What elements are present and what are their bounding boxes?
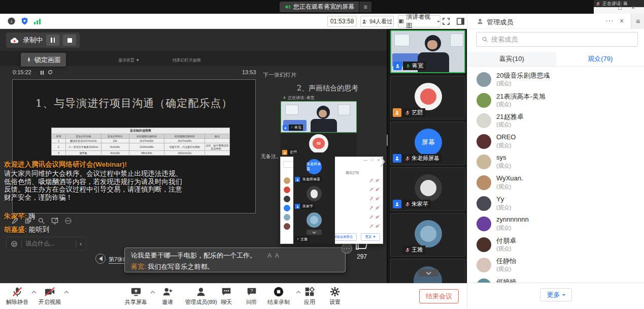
chat-button[interactable]: 聊天 [212, 286, 241, 306]
invite-button[interactable]: 邀请 [153, 286, 182, 306]
strip-scrollbar[interactable] [387, 135, 388, 146]
likes-count: 297 [357, 253, 367, 260]
qa-button[interactable]: ? 问答 [238, 286, 266, 306]
settings-button[interactable]: 设置 [321, 286, 349, 306]
role-badge [393, 108, 401, 117]
member-row[interactable]: 21表演高本-吴旭 (观众) [467, 91, 644, 112]
member-row[interactable]: 20级音乐剧唐思彧 (观众) [467, 70, 644, 91]
search-input[interactable] [491, 36, 632, 43]
member-search[interactable] [476, 32, 638, 47]
stop-recording-button[interactable] [63, 35, 76, 46]
close-window-icon[interactable]: × [631, 5, 635, 11]
chevron-down-icon [437, 21, 440, 24]
restart-timer-icon[interactable] [48, 70, 53, 75]
video-tile[interactable]: 朱家芊 [390, 167, 465, 211]
video-tile[interactable]: 艺礕 [390, 76, 465, 119]
member-role: (观众) [496, 101, 511, 108]
font-size-controls[interactable]: A A [267, 252, 279, 259]
security-shield-icon[interactable] [20, 17, 29, 25]
end-meeting-button[interactable]: 结束会议 [419, 289, 459, 303]
monitor-annotate-icon[interactable] [51, 217, 59, 225]
caption-list-icon[interactable]: ≡ [359, 2, 371, 12]
chat-input-bar[interactable]: 说点什么... ‹ [6, 237, 86, 251]
tab-guests[interactable]: 嘉宾(10) [467, 52, 556, 66]
previous-slide-button[interactable] [95, 254, 106, 264]
member-role: (观众) [496, 204, 511, 211]
collapse-strip-button[interactable] [418, 269, 438, 276]
lock-screen-button[interactable]: 锁定画面 [21, 53, 66, 67]
maximize-icon[interactable]: □ [618, 5, 622, 11]
emoji-icon[interactable] [11, 240, 18, 248]
network-signal-icon[interactable] [33, 18, 42, 25]
display-settings-menu[interactable]: 显示设置 ▼ [118, 57, 140, 63]
member-role: (观众) [496, 162, 511, 170]
end-slideshow-menu[interactable]: 结束幻灯片放映 [173, 57, 201, 63]
shapes-icon[interactable] [24, 217, 32, 225]
member-row[interactable]: 任静怡 (观众) [467, 256, 644, 276]
inner-more-button[interactable]: 更多 ▼ [361, 233, 380, 241]
caption-more-button[interactable]: ··· [342, 243, 352, 254]
member-row[interactable]: 21赵雅卓 (观众) [467, 111, 644, 132]
panel-more-icon[interactable]: ··· [605, 16, 614, 24]
tab-audience[interactable]: 观众(79) [556, 52, 644, 66]
member-row[interactable]: 付朋卓 (观众) [467, 235, 644, 256]
end-recording-button[interactable]: 结束录制 [263, 286, 294, 306]
caption-speaker: 蒋宽: [131, 263, 146, 270]
participant-name: 王雅 [412, 246, 423, 254]
shared-screen-area: 录制中 锁定画面 显示设置 ▼ 结束幻灯片放映 0:15:22 13:53 1、… [0, 29, 387, 283]
inner-speaker-video[interactable]: 蒋宽 [281, 101, 357, 133]
chat-input-placeholder: 说点什么... [25, 239, 72, 248]
member-name: 任静怡 [496, 257, 516, 266]
participant-name: 蒋宽 [412, 62, 423, 70]
member-row[interactable]: Yy (观众) [467, 194, 644, 215]
pause-recording-button[interactable] [46, 35, 59, 46]
apps-button[interactable]: 应用 [295, 286, 324, 306]
fullscreen-icon[interactable] [442, 17, 451, 26]
pen-icon[interactable] [11, 217, 19, 225]
pause-timer-icon[interactable] [41, 71, 44, 75]
magnifier-icon[interactable] [38, 217, 45, 225]
info-icon[interactable]: i [7, 17, 16, 25]
watching-screen-badge: 您正在观看蒋宽的屏幕 ≡ [280, 2, 371, 12]
welcome-banner-body: 请大家共同维护大会秩序。会议过程中禁止出现违法违规、低俗色情、吸烟酗酒等内容，若… [4, 170, 183, 201]
start-video-button[interactable]: 开启视频 [36, 286, 64, 306]
member-row[interactable]: OREO (观众) [467, 132, 644, 153]
share-screen-button[interactable]: 共享屏幕 [122, 286, 150, 306]
member-name: Yy [496, 195, 504, 203]
lock-screen-label: 锁定画面 [35, 55, 61, 65]
maximize-icon[interactable]: □ [371, 158, 374, 162]
person-icon [477, 18, 484, 25]
minimize-icon[interactable]: — [363, 158, 367, 162]
member-row[interactable]: zynnnnnnn (观众) [467, 214, 644, 235]
viewers-label: 94人看过 [369, 18, 392, 25]
inner-speaking-text: 正在讲话: 蒋宽 [288, 95, 314, 101]
chat-sender: 胡嘉盛: [4, 226, 27, 233]
avatar [415, 220, 442, 248]
inner-audience-tab[interactable]: 观众(79) [346, 170, 359, 175]
side-panel-toggle-icon[interactable] [456, 17, 465, 26]
member-row[interactable]: WyXuan. (观众) [467, 173, 644, 194]
participant-name: 朱老师屏幕 [412, 154, 439, 162]
unmute-button[interactable]: 解除静音 [3, 286, 31, 306]
member-name: 20级音乐剧唐思彧 [496, 71, 550, 80]
next-slide-label: 下一张幻灯片 [263, 71, 296, 79]
view-mode-dropdown[interactable]: 演讲者视图 [398, 15, 440, 27]
video-tile[interactable]: 王雅 [390, 213, 465, 257]
video-tile[interactable]: 屏幕 朱老师屏幕 [390, 121, 465, 165]
collapse-strip-button[interactable] [307, 230, 322, 235]
expand-panel-chevron[interactable] [380, 156, 385, 168]
viewers-count-button[interactable]: 94人看过 [360, 16, 394, 27]
panel-close-icon[interactable]: × [620, 17, 624, 25]
video-tile-partial[interactable] [390, 259, 465, 283]
recording-pill: 录制中 [6, 33, 80, 48]
collapse-chat-icon[interactable]: ‹ [80, 240, 82, 248]
more-tools-icon[interactable] [64, 217, 72, 225]
more-members-button[interactable]: 更多 [540, 288, 572, 301]
member-row[interactable]: sys (观众) [467, 152, 644, 173]
panel-menu-icon[interactable]: ≡ [631, 14, 644, 29]
role-badge [393, 61, 402, 70]
presenter-notes: 无备注。 [261, 153, 281, 160]
tile-label-row: 朱老师屏幕 [393, 154, 442, 163]
video-tile-speaker[interactable]: 蒋宽 [390, 30, 465, 73]
video-options-chevron[interactable] [64, 291, 69, 294]
